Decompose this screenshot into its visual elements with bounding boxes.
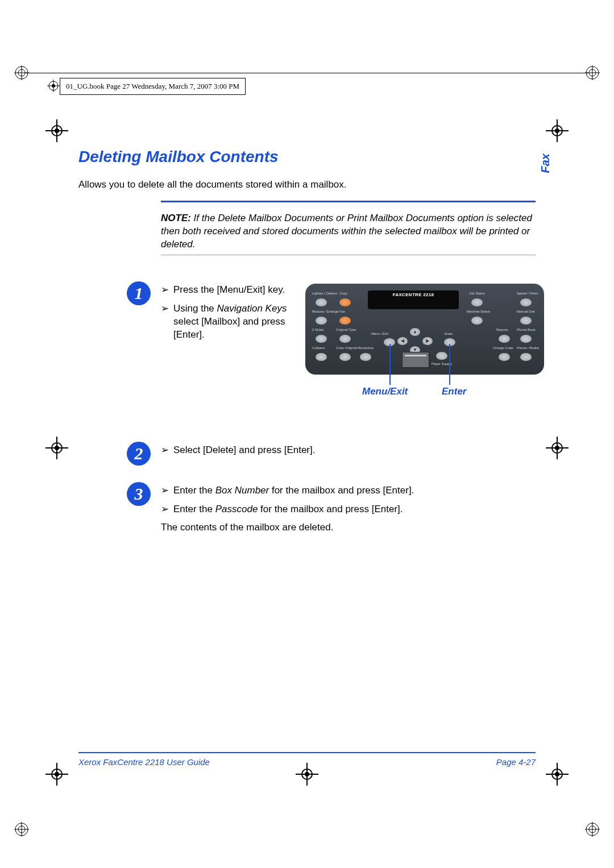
footer-right: Page 4-27 (496, 757, 536, 767)
regmark-icon (585, 65, 600, 80)
step-1: 1 ➢ Press the [Menu/Exit] key. ➢ Using t… (78, 284, 536, 398)
panel-display: FAXCENTRE 2218 (368, 290, 459, 309)
docstamp-text: 01_UG.book Page 27 Wednesday, March 7, 2… (66, 82, 239, 91)
cropmark-icon (45, 119, 68, 142)
bullet-arrow-icon: ➢ (161, 302, 173, 342)
section-title: Deleting Mailbox Contents (78, 148, 536, 166)
regmark-icon (14, 822, 29, 837)
panel-label: Pause / Redial (517, 346, 539, 350)
cropmark-icon (45, 763, 68, 786)
cropmark-icon (546, 119, 569, 142)
panel-label: Color Original (336, 346, 357, 350)
panel-label: Menu / Exit (371, 332, 388, 335)
step1-item1: Press the [Menu/Exit] key. (173, 284, 292, 297)
panel-button (316, 298, 327, 306)
step2-item1: Select [Delete] and press [Enter]. (173, 444, 536, 457)
callout-line (389, 344, 391, 385)
panel-label: Enter (445, 332, 453, 335)
panel-button (520, 353, 532, 361)
step3-aftertext: The contents of the mailbox are deleted. (161, 522, 536, 533)
bullet-arrow-icon: ➢ (161, 484, 173, 497)
panel-label: 2 Sided (312, 328, 323, 331)
regmark-icon (585, 822, 600, 837)
panel-dpad: ▲ ▼ ◀ ▶ (395, 328, 435, 354)
panel-button (499, 335, 510, 343)
panel-label: Reports (496, 328, 508, 331)
footer: Xerox FaxCentre 2218 User Guide Page 4-2… (78, 757, 536, 767)
panel-button (316, 317, 327, 325)
cropmark-icon (546, 437, 569, 459)
panel-label: Reduce / Enlarge (312, 310, 338, 313)
panel-label: Collated (312, 346, 325, 350)
regmark-icon (14, 65, 29, 80)
dpad-left-icon: ◀ (397, 337, 408, 345)
note-label: NOTE: (161, 213, 191, 223)
tab-label: Fax (539, 153, 552, 173)
bullet-arrow-icon: ➢ (161, 503, 173, 516)
dpad-right-icon: ▶ (422, 337, 433, 345)
dpad-up-icon: ▲ (410, 328, 420, 336)
panel-label: Machine Status (467, 310, 490, 313)
note-text: If the Delete Mailbox Documents or Print… (161, 213, 532, 250)
step-3: 3 ➢ Enter the Box Number for the mailbox… (78, 484, 536, 533)
panel-label: Copy (339, 292, 347, 295)
panel-button (520, 298, 532, 306)
cropmark-icon (45, 437, 68, 459)
panel-button (339, 335, 351, 343)
footer-rule (78, 752, 536, 753)
panel-button (499, 353, 510, 361)
callout-menuexit: Menu/Exit (362, 386, 408, 397)
panel-button (360, 353, 371, 361)
panel-button (339, 298, 351, 306)
cropmark-icon (546, 763, 569, 786)
step-badge-1: 1 (127, 281, 151, 305)
step3-item2: Enter the Passcode for the mailbox and p… (173, 503, 536, 516)
panel-label: Resolution (358, 346, 374, 350)
panel-label: Speed / Direct (517, 292, 538, 295)
docstamp-box: 01_UG.book Page 27 Wednesday, March 7, 2… (60, 78, 246, 95)
footer-left: Xerox FaxCentre 2218 User Guide (78, 757, 210, 767)
callout-line (449, 344, 450, 385)
panel-label: Phone Book (517, 328, 536, 331)
note-rule-bottom (161, 255, 536, 255)
docstamp-icon (47, 80, 60, 92)
panel-label: Fax (339, 310, 345, 313)
step-2: 2 ➢ Select [Delete] and press [Enter]. (78, 444, 536, 457)
panel-label: Charge Code (493, 346, 513, 350)
bullet-arrow-icon: ➢ (161, 284, 173, 297)
panel-label: Lighten / Darken (312, 292, 337, 295)
panel-button (471, 298, 483, 306)
callout-enter: Enter (442, 386, 466, 397)
panel-label: Original Type (336, 328, 356, 331)
panel-button (316, 353, 327, 361)
top-rule (26, 73, 588, 73)
note-paragraph: NOTE: If the Delete Mailbox Documents or… (161, 212, 536, 251)
note-rule (161, 201, 536, 202)
step-badge-2: 2 (127, 442, 151, 466)
intro-paragraph: Allows you to delete all the documents s… (78, 178, 536, 192)
panel-label: Manual Dial (517, 310, 535, 313)
panel-button (520, 335, 532, 343)
step-badge-3: 3 (127, 482, 151, 506)
panel-button (471, 317, 483, 325)
control-panel-illustration: FAXCENTRE 2218 Lighten / Darken Reduce /… (305, 284, 544, 375)
panel-button (339, 353, 351, 361)
panel-button (436, 352, 447, 360)
panel-tray-icon (402, 352, 429, 368)
panel-button (520, 317, 532, 325)
panel-label: Job Status (469, 292, 485, 295)
bullet-arrow-icon: ➢ (161, 444, 173, 457)
step3-item1: Enter the Box Number for the mailbox and… (173, 484, 536, 497)
step1-item2: Using the Navigation Keys select [Mailbo… (173, 302, 292, 342)
panel-button (339, 317, 351, 325)
panel-button (316, 335, 327, 343)
